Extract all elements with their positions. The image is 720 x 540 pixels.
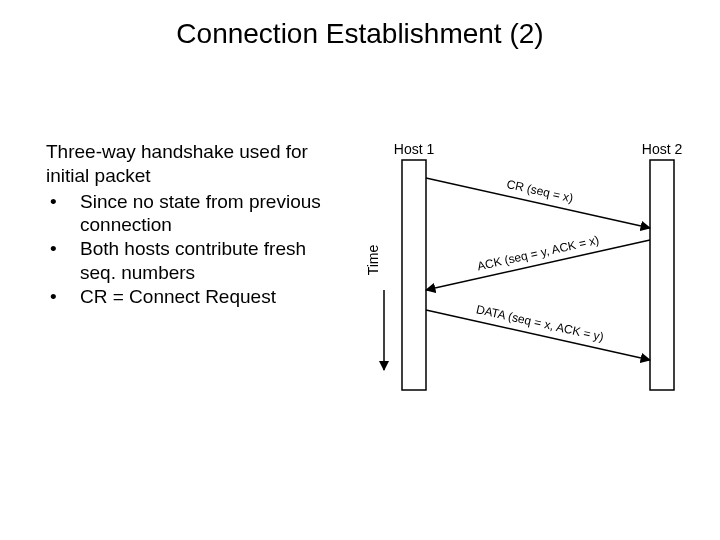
host1-label: Host 1 <box>394 141 435 157</box>
bullet-item: CR = Connect Request <box>46 285 346 309</box>
host1-timeline <box>402 160 426 390</box>
time-axis: Time <box>365 244 384 370</box>
host2-timeline <box>650 160 674 390</box>
bullet-list: Since no state from previous connection … <box>46 190 346 309</box>
bullet-item: Since no state from previous connection <box>46 190 346 238</box>
lead-text: Three-way handshake used for initial pac… <box>46 140 346 188</box>
host2-label: Host 2 <box>642 141 683 157</box>
msg3-label: DATA (seq = x, ACK = y) <box>475 302 605 344</box>
slide-title: Connection Establishment (2) <box>0 18 720 50</box>
msg1-label: CR (seq = x) <box>505 177 574 205</box>
handshake-diagram: Host 1 Host 2 Time CR (seq = x) ACK (seq… <box>364 140 694 400</box>
time-label: Time <box>365 244 381 275</box>
body-text: Three-way handshake used for initial pac… <box>46 140 346 308</box>
slide: Connection Establishment (2) Three-way h… <box>0 0 720 540</box>
msg2-label: ACK (seq = y, ACK = x) <box>476 233 601 274</box>
bullet-item: Both hosts contribute fresh seq. numbers <box>46 237 346 285</box>
